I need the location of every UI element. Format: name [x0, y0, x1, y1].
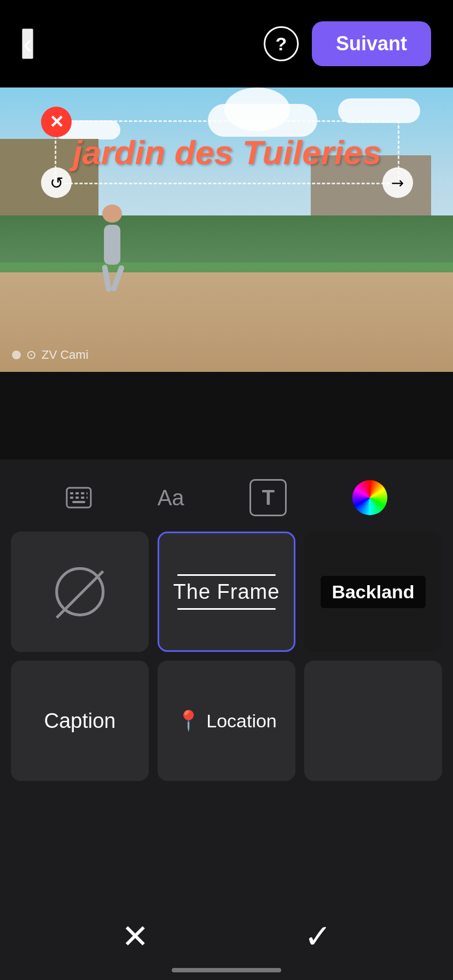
style-card-the-frame[interactable]: The Frame	[158, 532, 295, 652]
frame-card-label: The Frame	[173, 580, 280, 604]
style-cards-row2: Caption 📍 Location	[0, 661, 453, 781]
style-card-location[interactable]: 📍 Location	[158, 661, 295, 781]
leg-left	[102, 265, 112, 293]
black-bar-middle	[0, 372, 453, 459]
help-button[interactable]: ?	[264, 26, 299, 61]
style-card-caption[interactable]: Caption	[11, 661, 149, 781]
caption-card-label: Caption	[44, 709, 116, 733]
no-style-icon	[55, 567, 104, 616]
location-card-content: 📍 Location	[176, 709, 277, 732]
overlay-text: jardin des Tuileries	[73, 133, 381, 172]
camera-watermark: ⊙ ZV Cami	[12, 348, 89, 362]
leg-right	[111, 265, 125, 292]
font-style-button[interactable]: Aa	[158, 486, 184, 510]
toolbar-row: Aa T	[0, 459, 453, 532]
frame-line-top	[177, 574, 276, 576]
svg-rect-4	[86, 492, 88, 494]
cloud-2	[338, 98, 420, 123]
home-indicator	[172, 968, 281, 972]
camera-mode-icon: ⊙	[26, 348, 36, 362]
location-pin-icon: 📍	[176, 709, 201, 732]
header: ‹ ? Suivant	[0, 0, 453, 88]
cam-dot	[12, 351, 21, 359]
frame-line-bottom	[177, 608, 276, 610]
text-overlay-container[interactable]: ✕ jardin des Tuileries ↺ ↗	[55, 120, 398, 184]
keyboard-icon[interactable]	[66, 487, 92, 509]
style-card-empty	[304, 661, 442, 781]
back-button[interactable]: ‹	[22, 28, 33, 59]
camera-label: ZV Cami	[42, 348, 89, 362]
style-card-none[interactable]	[11, 532, 149, 652]
svg-rect-5	[70, 497, 73, 499]
person-body	[104, 225, 120, 265]
svg-rect-7	[81, 497, 84, 499]
person-legs	[104, 265, 120, 292]
svg-rect-3	[81, 492, 84, 494]
cancel-button[interactable]: ✕	[108, 914, 162, 958]
bottom-panel: Aa T The Frame Backland Caption	[0, 459, 453, 980]
svg-rect-6	[76, 497, 79, 499]
text-format-button[interactable]: T	[249, 479, 287, 516]
style-card-backland[interactable]: Backland	[304, 532, 442, 652]
svg-rect-8	[86, 497, 88, 499]
running-person	[88, 205, 137, 292]
backland-card-label: Backland	[321, 576, 425, 608]
close-text-button[interactable]: ✕	[41, 107, 72, 137]
header-right: ? Suivant	[264, 21, 431, 66]
svg-rect-2	[76, 492, 79, 494]
tree-line	[0, 215, 453, 262]
person-head	[102, 205, 122, 223]
text-selection-box[interactable]: ✕ jardin des Tuileries ↺ ↗	[55, 120, 399, 184]
video-preview: ⊙ ZV Cami ✕ jardin des Tuileries ↺ ↗	[0, 88, 453, 372]
color-wheel-button[interactable]	[352, 480, 387, 515]
location-card-label: Location	[206, 710, 277, 732]
style-cards-row1: The Frame Backland	[0, 532, 453, 661]
rotate-handle[interactable]: ↺	[41, 167, 72, 198]
svg-rect-1	[70, 492, 73, 494]
confirm-button[interactable]: ✓	[291, 914, 345, 958]
bottom-actions: ✕ ✓	[0, 892, 453, 980]
suivant-button[interactable]: Suivant	[312, 21, 431, 66]
frame-card-content: The Frame	[173, 574, 280, 610]
svg-rect-9	[72, 501, 85, 503]
